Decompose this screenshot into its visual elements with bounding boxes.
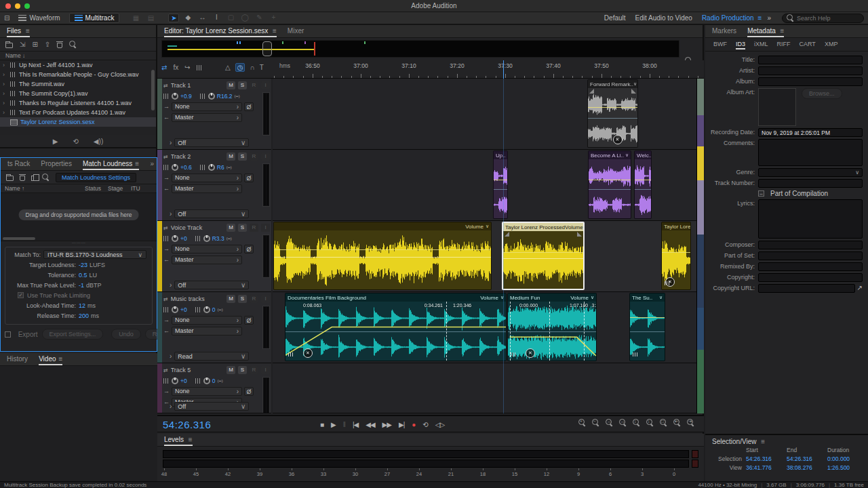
file-item[interactable]: ›The Summit.wav [0,79,156,89]
preview-volume-button[interactable]: ◀)) [94,138,103,145]
zoom-in-vertical-button[interactable]: ↕ [633,419,640,426]
panel-menu-icon[interactable]: ≡ [273,27,277,35]
pan-value[interactable]: 0 [212,378,216,384]
clip-menu-chevron-icon[interactable]: ∨ [659,295,663,300]
volume-envelope-line[interactable] [588,107,637,108]
play-button[interactable]: ▶ [331,421,336,428]
automation-mode-select[interactable]: Read∨ [174,352,249,361]
timeline-ruler[interactable]: hms 36:5037:0037:1037:2037:3037:4037:503… [273,60,704,79]
pan-value[interactable]: R6 [217,164,224,171]
input-select[interactable]: None› [172,245,242,253]
multitrack-view-button[interactable]: Multitrack [69,13,120,23]
go-to-end-button[interactable]: ▶| [399,421,404,428]
pan-value[interactable]: 0 [212,306,216,313]
volume-value[interactable]: +0.9 [180,93,192,100]
volume-knob[interactable] [172,306,178,313]
volume-envelope-line[interactable] [635,180,651,181]
panel-menu-icon[interactable]: ≡ [761,438,765,445]
phase-invert-button[interactable]: Ø [244,174,254,182]
clip-header[interactable]: Medium FunVolume∨ [508,293,596,302]
clip-header[interactable]: Documentaries Film BackgroundVolume∨ [285,293,506,302]
time-selection-tool[interactable]: I [211,14,222,22]
panel-menu-icon[interactable]: ≡ [59,355,63,363]
add-files-icon[interactable] [6,176,14,181]
clip-waveform[interactable] [503,232,585,290]
panel-menu-icon[interactable]: ≡ [26,27,30,35]
clip-indicator-right[interactable] [692,460,698,468]
audio-clip[interactable]: Volume∨ [273,222,492,290]
mute-button[interactable]: M [226,152,235,161]
audio-clip[interactable]: Welc.. [634,150,652,219]
marquee-selection-tool[interactable]: ▢ [225,14,236,22]
clip-header[interactable]: Volume∨ [274,222,491,230]
snap-icon[interactable]: ∩ [250,64,254,71]
browse-button[interactable]: Browse... [802,88,842,99]
open-url-icon[interactable]: ↗ [857,284,863,291]
timecode-display[interactable]: 54:26.316 [163,419,211,430]
phase-invert-button[interactable]: Ø [244,387,254,396]
expand-chevron-icon[interactable]: › [170,139,172,146]
selection-value[interactable]: 0:00.000 [827,455,865,462]
tab-editor[interactable]: Editor: Taylor Lorenz Session.sesx ≡ [164,27,277,37]
expand-chevron-icon[interactable]: › [170,403,172,410]
param-value[interactable]: 12 [79,302,85,309]
close-window-button[interactable] [5,3,11,9]
tab-files[interactable]: Files ≡ [7,27,30,37]
metadata-input[interactable] [758,273,863,282]
razor-tool[interactable]: ◆ [182,14,193,22]
arm-record-button[interactable]: R [250,366,258,374]
time-display-icon[interactable]: ◷ [235,63,245,72]
open-file-icon[interactable] [5,43,13,48]
volume-knob[interactable] [172,93,178,100]
delete-icon[interactable] [57,41,62,48]
record-button[interactable]: ● [412,421,415,428]
workspace-menu-icon[interactable]: ≡ [758,14,762,22]
spot-healing-brush-tool[interactable]: + [268,14,279,22]
scan-icon[interactable] [42,174,50,181]
search-icon[interactable] [69,41,77,48]
expand-chevron-icon[interactable]: › [3,90,7,97]
clip-split-marker[interactable] [446,302,447,361]
zoom-out-button[interactable]: − [592,419,599,426]
input-select[interactable]: None› [172,316,242,325]
track-lane-music-tracks[interactable]: Documentaries Film BackgroundVolume∨0:08… [273,292,704,363]
tab-markers[interactable]: Markers [712,27,736,37]
volume-knob[interactable] [172,164,178,171]
selection-value[interactable]: 54:26.316 [746,455,787,462]
param-value[interactable]: 200 [79,312,89,319]
track-name[interactable]: Music tracks [171,296,224,302]
expand-chevron-icon[interactable]: › [3,100,7,106]
metadata-input[interactable] [758,56,863,64]
volume-knob[interactable] [172,378,178,384]
param-value[interactable]: 0.5 [79,272,87,279]
use-true-peak-limiting-checkbox[interactable]: ✓ [18,292,24,298]
arm-record-button[interactable]: R [250,224,258,232]
file-item[interactable]: ›Text For Podcast Updates 44100 1.wav [0,108,156,117]
workspace-default[interactable]: Default [604,14,626,22]
file-item[interactable]: Taylor Lorenz Session.sesx [0,117,156,127]
waveform-view-button[interactable]: Waveform [14,14,64,22]
volume-value[interactable]: +0 [180,235,187,242]
column-header[interactable]: Name ↑ [5,185,85,192]
zoom-out-horizontal-button[interactable]: ↔ [619,419,627,426]
panel-menu-icon[interactable]: ≡ [189,436,193,443]
rewind-button[interactable]: ◀◀ [366,421,374,428]
metadata-textarea[interactable] [758,139,863,166]
pan-knob[interactable] [203,235,210,242]
undo-button[interactable]: Undo [111,329,141,340]
file-item[interactable]: ›The Summit Copy(1).wav [0,89,156,98]
zoom-to-in-point-button[interactable]: ⇤ [673,419,681,426]
mute-button[interactable]: M [226,295,235,303]
subtab-ixml[interactable]: iXML [754,41,768,49]
clip-menu-chevron-icon[interactable]: ∨ [625,152,629,158]
monitor-input-button[interactable]: I [261,224,270,232]
file-item[interactable]: ›This Is Remarkable People - Guy Close.w… [0,70,156,79]
panel-overflow-icon[interactable]: » [150,160,154,170]
column-header[interactable]: ITU [131,185,151,192]
metadata-input[interactable]: Nov 9, 2019 at 2:05:01 PM [758,128,863,137]
tab-match-loudness[interactable]: Match Loudness≡ [83,160,139,170]
subtab-bwf[interactable]: BWF [713,41,727,49]
panel-grid-icon[interactable]: ⊟ [4,14,9,22]
tab-properties[interactable]: Properties [41,160,72,170]
solo-button[interactable]: S [238,366,247,374]
